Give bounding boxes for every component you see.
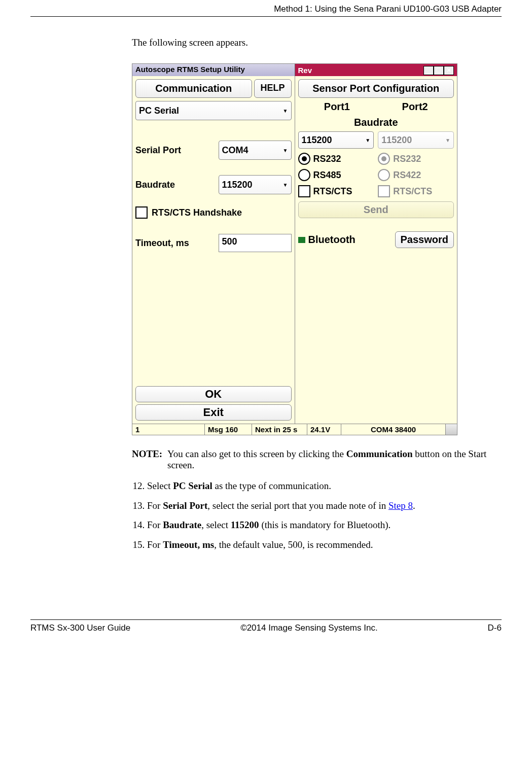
b: Timeout, ms [163,539,214,550]
minimize-icon[interactable]: _ [423,66,434,75]
close-icon[interactable]: × [444,66,454,75]
b: 115200 [231,519,259,530]
bluetooth-icon [298,237,305,243]
port-headers: Port1 Port2 [298,101,454,113]
t: as the type of communication. [212,480,331,491]
maximize-icon[interactable]: □ [434,66,444,75]
password-button[interactable]: Password [395,231,454,248]
serial-port-label: Serial Port [135,145,215,156]
note-text-before: You can also get to this screen by click… [167,448,346,459]
t: For [147,519,163,530]
t: . [413,500,415,511]
port1-rs485-label: RS485 [313,170,341,181]
chevron-down-icon: ▼ [283,148,288,153]
port1-column: 115200 ▼ RS232 RS485 RTS/CTS [298,131,374,197]
title-left: Autoscope RTMS Setup Utility [132,64,295,76]
t: , select [201,519,231,530]
chevron-down-icon: ▼ [445,137,450,143]
serial-port-select[interactable]: COM4 ▼ [219,141,292,160]
port1-rs232-label: RS232 [313,154,341,164]
port2-rs232-radio [378,153,390,165]
ok-button[interactable]: OK [135,386,292,402]
port1-rtscts-checkbox[interactable] [298,185,310,197]
baudrate-select[interactable]: 115200 ▼ [219,175,292,194]
serial-port-value: COM4 [222,145,249,156]
step-13: For Serial Port, select the serial port … [147,500,502,512]
port2-rs232-label: RS232 [393,154,421,164]
title-right-text: Rev [298,66,312,75]
status-bar: 1 Msg 160 Next in 25 s 24.1V COM4 38400 [132,424,457,435]
rtscts-row: RTS/CTS Handshake [135,206,292,219]
note-block: NOTE: You can also get to this screen by… [132,448,502,471]
app-screenshot: Autoscope RTMS Setup Utility Rev _□× Com… [132,63,457,435]
port2-rs422-radio [378,169,390,181]
t: , select the serial port that you made n… [207,500,388,511]
step-14: For Baudrate, select 115200 (this is man… [147,519,502,532]
baudrate-value: 115200 [222,180,253,190]
port2-baud-value: 115200 [381,135,412,146]
communication-header-button[interactable]: Communication [135,79,252,98]
port2-rtscts-checkbox [378,185,390,197]
status-b: Msg 160 [205,424,252,435]
port1-rs485-radio[interactable] [298,169,310,181]
status-c: Next in 25 s [252,424,307,435]
port1-baud-value: 115200 [302,135,332,146]
window-controls: _□× [423,65,454,75]
rtscts-checkbox[interactable] [135,206,148,219]
chevron-down-icon: ▼ [365,137,370,143]
timeout-input[interactable]: 500 [219,234,292,252]
page-header-section: Method 1: Using the Sena Parani UD100-G0… [30,0,502,16]
port2-rs422-label: RS422 [393,170,421,181]
step-15: For Timeout, ms, the default value, 500,… [147,539,502,551]
page-footer: RTMS Sx-300 User Guide ©2014 Image Sensi… [30,620,502,638]
sensor-port-header-button[interactable]: Sensor Port Configuration [298,79,454,98]
port1-rs232-radio[interactable] [298,153,310,165]
t: , the default value, 500, is recommended… [214,539,373,550]
b: PC Serial [173,480,212,491]
b: Serial Port [163,500,207,511]
t: Select [147,480,173,491]
step-12: Select PC Serial as the type of communic… [147,480,502,493]
title-right: Rev _□× [295,64,457,76]
sensor-port-panel: Sensor Port Configuration Port1 Port2 Ba… [295,76,457,424]
rtscts-label: RTS/CTS Handshake [152,207,242,218]
status-e: COM4 38400 [341,424,446,435]
t: (this is mandatory for Bluetooth). [259,519,391,530]
status-a: 1 [132,424,205,435]
intro-text: The following screen appears. [132,37,502,48]
t: For [147,500,163,511]
status-d: 24.1V [307,424,341,435]
note-label: NOTE: [132,448,167,471]
connection-type-select[interactable]: PC Serial ▼ [135,101,292,120]
step-list: Select PC Serial as the type of communic… [132,480,502,551]
port1-rtscts-label: RTS/CTS [313,186,352,197]
port2-baud-select: 115200 ▼ [378,131,454,149]
status-grip-icon [446,424,457,435]
port2-header: Port2 [376,101,454,113]
port2-column: 115200 ▼ RS232 RS422 RTS/CTS [378,131,454,197]
footer-left: RTMS Sx-300 User Guide [30,623,130,633]
bluetooth-label: Bluetooth [298,234,391,246]
footer-right: D-6 [488,623,502,633]
communication-panel: Communication HELP PC Serial ▼ Serial Po… [132,76,295,424]
header-rule [30,16,502,17]
step-8-link[interactable]: Step 8 [388,500,413,511]
note-text: You can also get to this screen by click… [167,448,502,471]
footer-center: ©2014 Image Sensing Systems Inc. [240,623,378,633]
chevron-down-icon: ▼ [283,182,288,188]
b: Baudrate [163,519,201,530]
chevron-down-icon: ▼ [283,108,288,114]
connection-type-value: PC Serial [139,106,179,116]
timeout-label: Timeout, ms [135,238,215,249]
exit-button[interactable]: Exit [135,404,292,421]
baudrate-header: Baudrate [298,117,454,128]
send-button: Send [298,201,454,218]
help-button[interactable]: HELP [254,79,292,98]
title-bar: Autoscope RTMS Setup Utility Rev _□× [132,64,457,76]
port1-header: Port1 [298,101,376,113]
baudrate-label: Baudrate [135,180,215,190]
bluetooth-text: Bluetooth [308,234,356,246]
port1-baud-select[interactable]: 115200 ▼ [298,131,374,149]
port2-rtscts-label: RTS/CTS [393,186,432,197]
note-bold: Communication [346,448,413,459]
